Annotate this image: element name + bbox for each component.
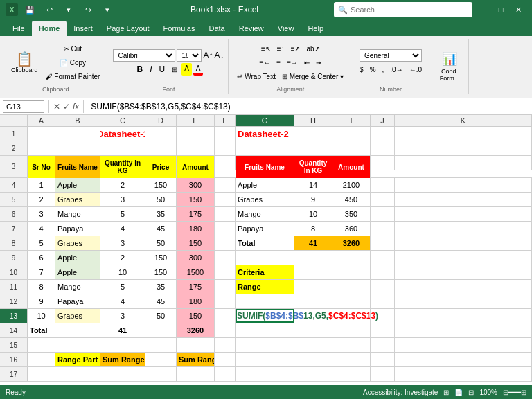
- align-center-button[interactable]: ≡: [274, 56, 283, 69]
- cell-H9[interactable]: [294, 251, 332, 265]
- cell-G13[interactable]: SUMIF($B$4:$B$13,G5,$C$4:$C$13): [236, 309, 294, 323]
- close-button[interactable]: ✕: [511, 2, 526, 17]
- cell-G12[interactable]: [236, 294, 294, 308]
- cell-A6[interactable]: 3: [28, 207, 55, 221]
- cell-K5[interactable]: [395, 193, 532, 206]
- align-right-button[interactable]: ≡→: [284, 56, 301, 69]
- increase-indent-button[interactable]: ⇥: [313, 56, 324, 69]
- cell-J15[interactable]: [371, 338, 395, 352]
- cell-E8[interactable]: 150: [177, 236, 215, 250]
- cell-E7[interactable]: 180: [177, 222, 215, 236]
- cell-H15[interactable]: [294, 338, 332, 352]
- cell-I15[interactable]: [332, 338, 371, 352]
- cell-A5[interactable]: 2: [28, 193, 55, 206]
- cell-H4[interactable]: 14: [294, 178, 332, 192]
- font-name-select[interactable]: Calibri: [113, 49, 175, 62]
- align-top-center-button[interactable]: ≡↑: [274, 42, 287, 55]
- cell-C7[interactable]: 4: [100, 222, 145, 236]
- cell-J4[interactable]: [371, 178, 395, 192]
- cell-A7[interactable]: 4: [28, 222, 55, 236]
- cell-K11[interactable]: [395, 280, 532, 294]
- cell-E12[interactable]: 180: [177, 294, 215, 308]
- increase-decimal-button[interactable]: .0→: [387, 63, 405, 76]
- cell-D4[interactable]: 150: [145, 178, 177, 192]
- cell-A15[interactable]: [28, 338, 55, 352]
- col-header-A[interactable]: A: [28, 115, 55, 126]
- tab-review[interactable]: Review: [232, 21, 271, 36]
- cell-F11[interactable]: [215, 280, 236, 294]
- cell-K10[interactable]: [395, 265, 532, 279]
- cell-K2[interactable]: [395, 141, 532, 155]
- cell-G10[interactable]: Criteria: [236, 265, 294, 279]
- cell-C15[interactable]: [100, 338, 145, 352]
- cell-E15[interactable]: [177, 338, 215, 352]
- tab-file[interactable]: File: [6, 21, 32, 36]
- cell-B9[interactable]: Apple: [55, 251, 100, 265]
- cell-J2[interactable]: [371, 141, 395, 155]
- cell-C14[interactable]: 41: [100, 323, 145, 337]
- cell-K15[interactable]: [395, 338, 532, 352]
- cell-I3[interactable]: Amount: [332, 156, 371, 178]
- minimize-button[interactable]: ─: [475, 2, 490, 17]
- align-top-right-button[interactable]: ≡↗: [288, 42, 303, 55]
- cell-K3[interactable]: [395, 156, 532, 170]
- cell-H14[interactable]: [294, 323, 332, 337]
- cell-J11[interactable]: [371, 280, 395, 294]
- comma-button[interactable]: ,: [380, 63, 387, 76]
- cell-E13[interactable]: 150: [177, 309, 215, 323]
- cell-B7[interactable]: Papaya: [55, 222, 100, 236]
- cell-G11[interactable]: Range: [236, 280, 294, 294]
- cell-G17[interactable]: [236, 367, 294, 381]
- cell-F13[interactable]: [215, 309, 236, 323]
- cell-C13[interactable]: 3: [100, 309, 145, 323]
- cell-C1[interactable]: Datasheet-1: [100, 127, 145, 141]
- cell-F9[interactable]: [215, 251, 236, 265]
- tab-page-layout[interactable]: Page Layout: [100, 21, 157, 36]
- cell-B1[interactable]: [55, 127, 100, 141]
- cell-H10[interactable]: [294, 265, 332, 279]
- font-size-select[interactable]: 18: [177, 49, 202, 62]
- save-button[interactable]: 💾: [22, 2, 37, 17]
- cell-J12[interactable]: [371, 294, 395, 308]
- cell-J9[interactable]: [371, 251, 395, 265]
- cell-A14[interactable]: Total: [28, 323, 55, 337]
- undo-button[interactable]: ↩: [42, 2, 57, 17]
- view-break-button[interactable]: ⊟: [468, 389, 474, 396]
- cell-C8[interactable]: 3: [100, 236, 145, 250]
- cell-C5[interactable]: 3: [100, 193, 145, 206]
- cell-H17[interactable]: [294, 367, 332, 381]
- cell-F4[interactable]: [215, 178, 236, 192]
- cell-D15[interactable]: [145, 338, 177, 352]
- cell-F6[interactable]: [215, 207, 236, 221]
- cell-E17[interactable]: [177, 367, 215, 381]
- tab-insert[interactable]: Insert: [66, 21, 100, 36]
- cell-J7[interactable]: [371, 222, 395, 236]
- cell-K17[interactable]: [395, 367, 532, 381]
- decrease-indent-button[interactable]: ⇤: [301, 56, 312, 69]
- view-normal-button[interactable]: ⊞: [443, 389, 449, 396]
- cell-C4[interactable]: 2: [100, 178, 145, 192]
- cell-B8[interactable]: Grapes: [55, 236, 100, 250]
- cell-D10[interactable]: 150: [145, 265, 177, 279]
- tab-data[interactable]: Data: [202, 21, 231, 36]
- cell-J10[interactable]: [371, 265, 395, 279]
- cell-J3[interactable]: [371, 156, 395, 170]
- cell-G3[interactable]: Fruits Name: [236, 156, 294, 178]
- cell-B4[interactable]: Apple: [55, 178, 100, 192]
- customize-button[interactable]: ▾: [100, 2, 115, 17]
- cell-H1[interactable]: [294, 127, 332, 141]
- cell-G1[interactable]: Datasheet-2: [236, 127, 294, 141]
- cell-F17[interactable]: [215, 367, 236, 381]
- cell-J8[interactable]: [371, 236, 395, 250]
- merge-center-button[interactable]: ⊞ Merge & Center ▾: [279, 70, 346, 82]
- cell-C9[interactable]: 2: [100, 251, 145, 265]
- formula-input[interactable]: [88, 102, 529, 112]
- cell-D6[interactable]: 35: [145, 207, 177, 221]
- cell-F12[interactable]: [215, 294, 236, 308]
- cell-B5[interactable]: Grapes: [55, 193, 100, 206]
- cell-K7[interactable]: [395, 222, 532, 236]
- bold-button[interactable]: B: [134, 63, 145, 76]
- cell-G16[interactable]: [236, 353, 294, 366]
- cell-C2[interactable]: [100, 141, 145, 155]
- col-header-D[interactable]: D: [145, 115, 177, 126]
